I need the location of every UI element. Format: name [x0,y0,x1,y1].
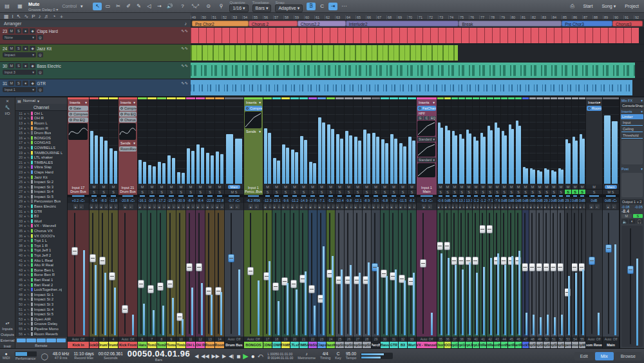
automation-mode[interactable]: 4 [109,337,118,342]
strip-mute-button[interactable]: M [408,184,416,190]
channel-list-item[interactable]: 39●∿Trpt Jeff 1 [15,248,67,253]
channel-list-item[interactable]: 48●∿Impact St 1 [15,292,67,297]
rewind-button[interactable]: ◀◀ [201,353,209,359]
pan-control[interactable] [363,195,371,197]
small-mute-icon[interactable]: ● [345,204,348,209]
limiter-insert[interactable]: Limiter [621,114,643,119]
arranger-header[interactable]: Arranger ♪ [0,20,191,27]
strip-solo-button[interactable]: S [147,190,156,195]
channel-list-item[interactable]: 13●∿Room L [15,121,67,126]
stop-button[interactable]: ■ [236,353,240,360]
eq-curve[interactable] [68,123,88,140]
pan-control[interactable] [444,195,451,197]
edit-tool-icon-0[interactable]: ▦ [4,14,9,19]
automation-mode[interactable]: 38 [459,337,465,342]
pan-control[interactable] [244,195,263,197]
track-lane[interactable] [191,27,644,44]
small-solo-icon[interactable]: ▪ [526,204,529,209]
strip-solo-button[interactable]: S [529,190,536,195]
automation-mode[interactable]: 32 [399,337,407,342]
fader-lane[interactable] [399,210,407,337]
mute-button[interactable]: M [8,46,14,51]
arranger-section-pre-chor3[interactable]: Pre Chor3 [562,21,612,26]
small-solo-icon[interactable]: ▪ [350,204,354,209]
fader-lane[interactable] [345,210,353,337]
strip-solo-button[interactable]: S [272,190,281,195]
small-solo-icon[interactable]: ▪ [540,204,543,209]
strip-mute-button[interactable]: M [290,184,299,190]
fader-lane[interactable] [299,210,308,337]
macro-icon[interactable]: ⚲ [216,3,225,10]
power-icon[interactable] [120,107,123,110]
fader-cap[interactable] [551,263,556,271]
small-solo-icon[interactable]: ▪ [533,204,536,209]
pan-control[interactable] [354,195,362,197]
record-arm-button[interactable]: ● [23,63,28,68]
channel-list-item[interactable]: 11●∿OH L [15,111,67,116]
small-mute-icon[interactable]: ● [299,204,303,209]
fader-lane[interactable] [522,210,529,337]
strip-solo-button[interactable]: S [444,190,451,195]
automation-mode[interactable]: 28 [363,337,371,342]
strip-solo-button[interactable]: S [186,190,195,195]
pan-control[interactable] [263,195,272,197]
small-mute-icon[interactable]: ● [444,204,447,209]
volume-readout[interactable]: -20.8 ‹C› [118,197,137,203]
pan-control[interactable] [536,195,543,197]
track-input-dropdown[interactable]: Input 1▾ [3,87,36,92]
small-solo-icon[interactable]: ▪ [314,204,317,209]
pan-control[interactable] [551,195,557,197]
strip-mute-button[interactable]: M [437,184,444,190]
rail-icon-1[interactable]: 🔧 [5,105,10,110]
strip-name-label[interactable]: Trpt1R [459,342,465,348]
volume-readout[interactable]: 0dB [515,197,522,203]
speaker-icon[interactable]: ● [24,283,26,287]
small-solo-icon[interactable]: ▪ [428,204,432,209]
fader-cap[interactable] [99,257,106,265]
strip-name-label[interactable]: Drum Bus [225,342,243,348]
volume-readout[interactable]: -5.4 [90,197,99,203]
strip-solo-button[interactable]: S [176,190,185,195]
arranger-section-interlude2[interactable]: Interlude2 [346,21,459,26]
inserts-section-header[interactable]: Inserts▾ [620,108,644,114]
fader-lane[interactable] [363,210,371,337]
strip-solo-button[interactable]: S [196,190,205,195]
pan-control[interactable] [317,195,326,197]
speaker-icon[interactable]: ● [24,165,26,169]
fader-cap[interactable] [444,242,450,250]
volume-readout[interactable]: 0dB [522,197,529,203]
channel-list-item[interactable]: 17●∿CONGAS [15,141,67,146]
automation-mode[interactable]: Auto: Off [225,337,243,342]
volume-readout[interactable]: -22.8 [205,197,214,203]
mixfx-plugin[interactable]: ConsoleShaper [621,103,643,108]
automation-mode[interactable]: 36 [444,337,451,342]
speaker-icon[interactable]: ● [24,185,26,189]
automation-mode[interactable]: 27 [354,337,362,342]
small-solo-icon[interactable]: ▪ [211,204,214,209]
volume-readout[interactable]: 0dB [529,197,536,203]
pan-control[interactable] [327,195,335,197]
automation-mode[interactable]: Auto: Off [244,337,263,342]
strip-solo-button[interactable]: S [90,190,99,195]
strip-name-label[interactable]: ImpSt4 [551,342,557,348]
channel-list-item[interactable]: 43●∿Bone Ben L [15,268,67,273]
track-header[interactable]: 31MS●◆GTR∿∿Input 1▾◎ [0,79,191,96]
automation-mode[interactable]: 30 [381,337,389,342]
paint-tool[interactable]: ✎ [134,3,143,10]
strip-mute-button[interactable]: M [522,184,529,190]
channel-mode-dropdown[interactable]: Normal [23,99,35,103]
speaker-icon[interactable]: ● [24,116,26,120]
channel-list-item[interactable]: 38●∿Trpt 1 R [15,243,67,248]
comp-curve[interactable] [417,163,435,177]
fader-cap[interactable] [437,242,443,250]
strip-name-label[interactable]: DrumT [99,342,108,348]
speaker-icon[interactable]: ● [24,239,26,242]
strip-mute-button[interactable]: M [544,184,550,190]
fader-lane[interactable] [205,210,214,337]
fader-lane[interactable] [579,210,585,337]
fader-lane[interactable] [118,210,137,337]
track-header[interactable]: 23MS●◆Claps Hard∿∿None▾◎ [0,27,191,44]
pan-control[interactable] [336,195,344,197]
volume-readout[interactable]: -0.6 [451,197,458,203]
automation-mode[interactable]: 22 [308,337,317,342]
